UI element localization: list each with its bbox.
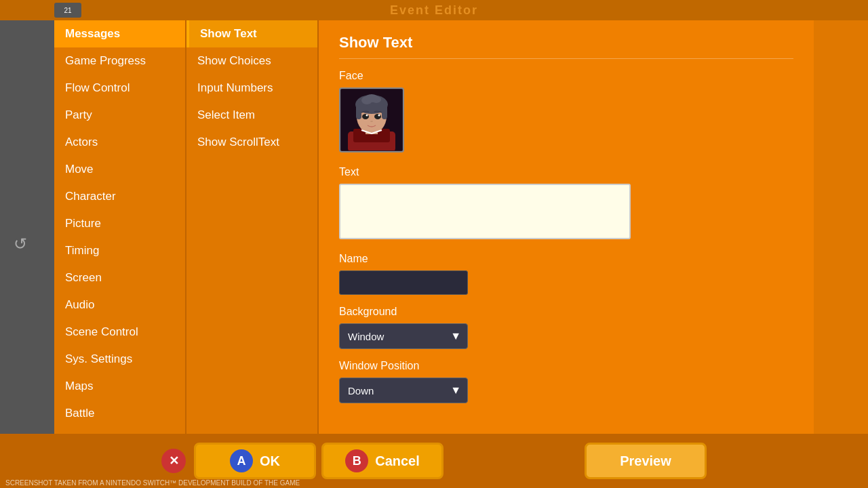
disclaimer: SCREENSHOT TAKEN FROM A NINTENDO SWITCH™…	[0, 479, 868, 487]
title-bar: Event Editor	[0, 0, 868, 20]
preview-button[interactable]: Preview	[585, 443, 707, 479]
window-position-section: Window Position Down Middle Up ▼	[339, 360, 793, 403]
sub-item-show-choices[interactable]: Show Choices	[186, 47, 317, 75]
svg-point-11	[362, 114, 369, 119]
text-label: Text	[339, 166, 793, 178]
text-input[interactable]	[339, 184, 631, 239]
scroll-icon: ↺	[14, 235, 27, 253]
svg-point-14	[378, 115, 380, 117]
sidebar-item-sys-settings[interactable]: Sys. Settings	[54, 346, 185, 373]
sidebar-item-game-progress[interactable]: Game Progress	[54, 47, 185, 75]
svg-point-15	[370, 121, 373, 122]
sidebar-item-picture[interactable]: Picture	[54, 210, 185, 237]
name-label: Name	[339, 253, 793, 265]
title-bar-text: Event Editor	[390, 3, 478, 18]
x-close-button[interactable]: ✕	[161, 449, 186, 473]
background-section: Background Window Dim Transparent ▼	[339, 306, 793, 349]
badge-b: B	[345, 449, 368, 472]
bottom-bar-inner: ✕ A OK B Cancel Preview	[0, 443, 868, 479]
sidebar-item-timing[interactable]: Timing	[54, 237, 185, 264]
sub-item-show-scrolltext[interactable]: Show ScrollText	[186, 129, 317, 156]
sub-item-select-item[interactable]: Select Item	[186, 102, 317, 129]
sub-item-show-text[interactable]: Show Text	[186, 20, 317, 47]
sidebar-item-scene-control[interactable]: Scene Control	[54, 319, 185, 346]
character-portrait	[341, 89, 402, 150]
background-dropdown[interactable]: Window Dim Transparent	[339, 323, 468, 349]
sidebar-item-maps[interactable]: Maps	[54, 373, 185, 400]
svg-rect-6	[356, 104, 361, 119]
background-label: Background	[339, 306, 793, 318]
face-label: Face	[339, 70, 793, 82]
sidebar-item-party[interactable]: Party	[54, 102, 185, 129]
window-position-dropdown[interactable]: Down Middle Up	[339, 378, 468, 403]
face-section: Face	[339, 70, 793, 152]
background-dropdown-wrapper: Window Dim Transparent ▼	[339, 323, 468, 349]
sidebar-item-character[interactable]: Character	[54, 183, 185, 210]
sub-column: Show Text Show Choices Input Numbers Sel…	[186, 20, 319, 461]
top-left-icon: 21	[54, 3, 81, 18]
sidebar-item-move[interactable]: Move	[54, 156, 185, 183]
content-title: Show Text	[339, 34, 793, 59]
svg-rect-7	[382, 104, 387, 119]
svg-point-13	[366, 115, 368, 117]
sidebar-item-battle[interactable]: Battle	[54, 400, 185, 427]
sidebar-item-flow-control[interactable]: Flow Control	[54, 75, 185, 102]
main-container: Messages Game Progress Flow Control Part…	[54, 20, 814, 461]
sidebar-item-audio[interactable]: Audio	[54, 291, 185, 319]
sidebar-item-messages[interactable]: Messages	[54, 20, 185, 47]
badge-a: A	[230, 449, 253, 472]
sub-item-input-numbers[interactable]: Input Numbers	[186, 75, 317, 102]
sidebar-item-actors[interactable]: Actors	[54, 129, 185, 156]
text-section: Text	[339, 166, 793, 242]
window-position-label: Window Position	[339, 360, 793, 372]
content-area: Show Text Face	[319, 20, 814, 461]
svg-point-10	[365, 94, 378, 102]
face-image[interactable]	[339, 87, 404, 152]
window-position-dropdown-wrapper: Down Middle Up ▼	[339, 378, 468, 403]
ok-button[interactable]: A OK	[194, 443, 316, 479]
left-strip: ↺	[0, 0, 54, 488]
cancel-button[interactable]: B Cancel	[321, 443, 443, 479]
sidebar-item-screen[interactable]: Screen	[54, 264, 185, 291]
svg-point-12	[374, 114, 381, 119]
left-sidebar: Messages Game Progress Flow Control Part…	[54, 20, 186, 461]
name-input[interactable]	[339, 270, 468, 295]
name-section: Name	[339, 253, 793, 295]
